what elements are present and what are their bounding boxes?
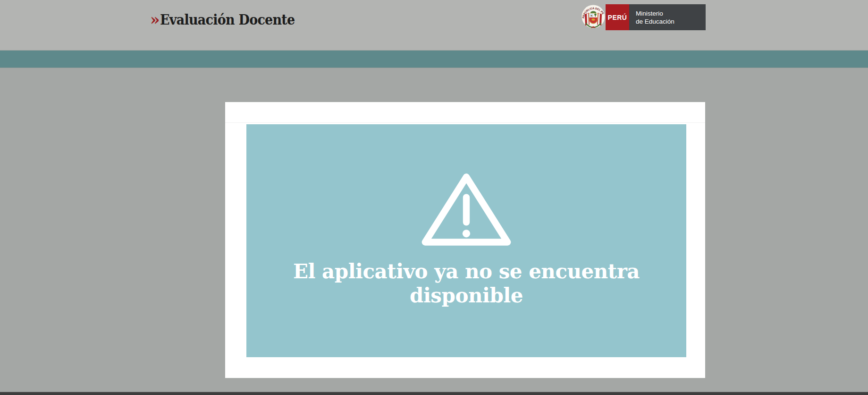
ministry-line1: Ministerio — [636, 9, 706, 17]
unavailable-panel: El aplicativo ya no se encuentra disponi… — [246, 124, 686, 357]
nav-bar — [0, 50, 868, 68]
peru-label-block: PERÚ — [606, 4, 629, 30]
peru-coat-of-arms-icon: REPÚBLICA DEL PERÚ — [581, 4, 606, 30]
ministry-line2: de Educación — [636, 17, 706, 26]
notice-card: El aplicativo ya no se encuentra disponi… — [225, 102, 705, 378]
card-heading — [225, 102, 705, 123]
page: »Evaluación Docente REPÚBLICA DEL PERÚ — [0, 0, 868, 395]
message-line1: El aplicativo ya no se encuentra — [246, 259, 686, 283]
main-content: El aplicativo ya no se encuentra disponi… — [0, 69, 868, 392]
warning-triangle-icon — [421, 172, 512, 248]
gov-logo: REPÚBLICA DEL PERÚ — [581, 4, 706, 30]
peru-label: PERÚ — [608, 14, 627, 21]
brand-logo[interactable]: »Evaluación Docente — [150, 12, 305, 27]
unavailable-message: El aplicativo ya no se encuentra disponi… — [246, 259, 686, 308]
ministry-block: Ministerio de Educación — [629, 4, 706, 30]
site-header: »Evaluación Docente REPÚBLICA DEL PERÚ — [0, 0, 868, 50]
footer-bar — [0, 392, 868, 395]
message-line2: disponible — [246, 283, 686, 308]
brand-title: Evaluación Docente — [160, 12, 295, 27]
brand-chevrons-icon: » — [150, 12, 160, 27]
